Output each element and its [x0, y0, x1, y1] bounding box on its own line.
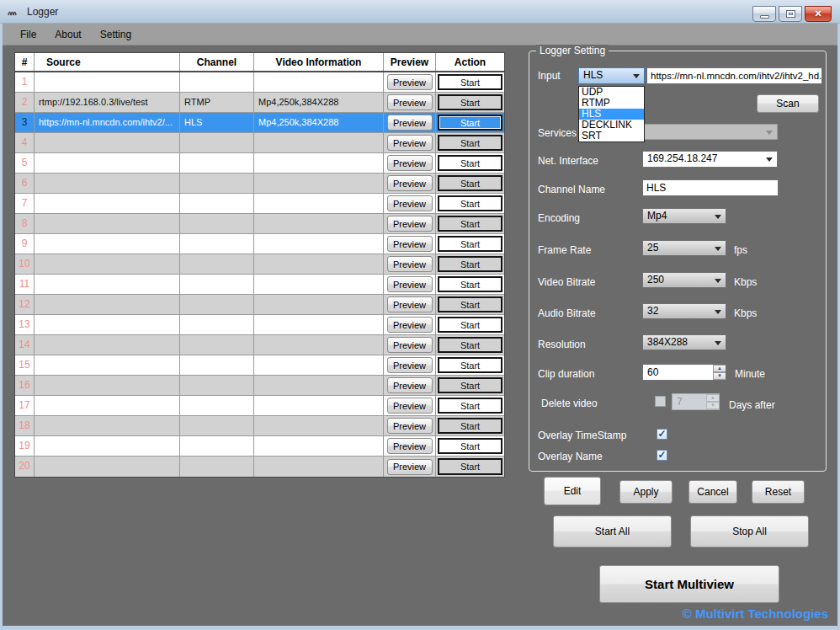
- start-button[interactable]: Start: [438, 377, 502, 393]
- table-row[interactable]: 14PreviewStart: [15, 335, 504, 355]
- action-cell: Start: [436, 113, 504, 132]
- maximize-icon: [786, 10, 795, 18]
- table-row[interactable]: 15PreviewStart: [15, 355, 504, 376]
- table-row[interactable]: 20PreviewStart: [15, 456, 504, 477]
- spin-up-icon[interactable]: ▲: [713, 365, 726, 372]
- overlay-timestamp-label: Overlay TimeStamp: [538, 430, 626, 441]
- net-interface-label: Net. Interface: [538, 155, 598, 167]
- cancel-button[interactable]: Cancel: [688, 480, 737, 504]
- table-row[interactable]: 7PreviewStart: [15, 194, 504, 214]
- preview-button[interactable]: Preview: [387, 236, 433, 252]
- audio-bitrate-combo[interactable]: 32: [642, 303, 726, 319]
- start-button[interactable]: Start: [438, 296, 502, 312]
- table-row[interactable]: 17PreviewStart: [15, 396, 504, 416]
- clip-duration-spinner[interactable]: 60 ▲ ▼: [642, 364, 726, 381]
- table-row[interactable]: 6PreviewStart: [15, 174, 504, 194]
- table-row[interactable]: 5PreviewStart: [15, 153, 504, 174]
- preview-button[interactable]: Preview: [387, 216, 433, 232]
- preview-button[interactable]: Preview: [387, 74, 433, 90]
- start-button[interactable]: Start: [438, 74, 502, 90]
- start-button[interactable]: Start: [438, 256, 502, 272]
- table-row[interactable]: 3https://mn-nl.mncdn.com/ihtv2/...HLSMp4…: [15, 113, 504, 133]
- encoding-combo[interactable]: Mp4: [642, 208, 726, 224]
- preview-button[interactable]: Preview: [387, 317, 433, 333]
- table-row[interactable]: 4PreviewStart: [15, 133, 504, 153]
- dropdown-option-srt[interactable]: SRT: [579, 131, 644, 141]
- overlay-timestamp-checkbox[interactable]: ✓: [657, 429, 667, 440]
- preview-button[interactable]: Preview: [387, 256, 433, 272]
- preview-button[interactable]: Preview: [387, 276, 433, 292]
- start-all-button[interactable]: Start All: [553, 515, 672, 547]
- menu-item-file[interactable]: File: [11, 25, 45, 44]
- start-button[interactable]: Start: [438, 94, 502, 110]
- preview-cell: Preview: [384, 355, 436, 375]
- preview-button[interactable]: Preview: [387, 459, 433, 475]
- start-button[interactable]: Start: [438, 317, 502, 333]
- preview-button[interactable]: Preview: [387, 398, 433, 414]
- edit-button[interactable]: Edit: [544, 477, 601, 505]
- preview-button[interactable]: Preview: [387, 135, 433, 151]
- start-button[interactable]: Start: [438, 398, 502, 414]
- services-label: Services: [538, 127, 577, 139]
- video-bitrate-combo[interactable]: 250: [642, 272, 726, 288]
- start-button[interactable]: Start: [438, 195, 502, 211]
- stop-all-button[interactable]: Stop All: [690, 515, 809, 547]
- channel-name-input[interactable]: HLS: [642, 179, 779, 196]
- scan-button[interactable]: Scan: [757, 94, 819, 113]
- resolution-combo[interactable]: 384X288: [642, 334, 726, 350]
- start-button[interactable]: Start: [438, 418, 502, 434]
- table-row[interactable]: 19PreviewStart: [15, 436, 504, 456]
- preview-button[interactable]: Preview: [387, 296, 433, 312]
- spin-down-icon[interactable]: ▼: [713, 372, 726, 380]
- preview-button[interactable]: Preview: [387, 418, 433, 434]
- preview-button[interactable]: Preview: [387, 337, 433, 353]
- start-button[interactable]: Start: [438, 115, 502, 131]
- table-row[interactable]: 9PreviewStart: [15, 234, 504, 254]
- frame-rate-combo[interactable]: 25: [642, 240, 726, 256]
- preview-button[interactable]: Preview: [387, 438, 433, 454]
- start-button[interactable]: Start: [438, 276, 502, 292]
- overlay-name-checkbox[interactable]: ✓: [657, 450, 667, 461]
- table-row[interactable]: 8PreviewStart: [15, 214, 504, 234]
- start-button[interactable]: Start: [438, 337, 502, 353]
- preview-button[interactable]: Preview: [387, 377, 433, 393]
- row-number: 18: [15, 416, 35, 435]
- reset-button[interactable]: Reset: [752, 480, 805, 504]
- apply-button[interactable]: Apply: [619, 480, 673, 504]
- preview-button[interactable]: Preview: [387, 94, 433, 110]
- start-button[interactable]: Start: [438, 216, 502, 232]
- preview-button[interactable]: Preview: [387, 357, 433, 373]
- input-type-combo[interactable]: HLS: [578, 67, 645, 84]
- start-button[interactable]: Start: [438, 357, 502, 373]
- maximize-button[interactable]: [779, 6, 802, 22]
- table-row[interactable]: 1PreviewStart: [15, 72, 504, 93]
- start-button[interactable]: Start: [438, 175, 502, 191]
- table-row[interactable]: 2rtmp://192.168.0.3/live/testRTMPMp4,250…: [15, 93, 504, 113]
- preview-button[interactable]: Preview: [387, 155, 433, 171]
- start-button[interactable]: Start: [438, 135, 502, 151]
- minimize-button[interactable]: [752, 6, 776, 22]
- preview-button[interactable]: Preview: [387, 195, 433, 211]
- start-button[interactable]: Start: [438, 155, 502, 171]
- menu-item-about[interactable]: About: [45, 25, 90, 44]
- check-icon: ✓: [657, 449, 666, 461]
- table-row[interactable]: 18PreviewStart: [15, 416, 504, 436]
- table-row[interactable]: 16PreviewStart: [15, 376, 504, 396]
- table-row[interactable]: 13PreviewStart: [15, 315, 504, 335]
- channel-cell: [180, 194, 254, 213]
- table-row[interactable]: 10PreviewStart: [15, 254, 504, 275]
- menu-item-setting[interactable]: Setting: [91, 25, 141, 44]
- start-button[interactable]: Start: [438, 438, 502, 454]
- input-url-field[interactable]: https://mn-nl.mncdn.com/ihtv2/ihtv2_hd.s…: [646, 67, 822, 84]
- delete-video-checkbox[interactable]: [655, 396, 666, 407]
- start-button[interactable]: Start: [438, 458, 502, 475]
- net-interface-combo[interactable]: 169.254.18.247: [642, 151, 778, 168]
- start-button[interactable]: Start: [438, 236, 502, 252]
- preview-button[interactable]: Preview: [387, 115, 433, 131]
- close-button[interactable]: ✕: [805, 6, 832, 22]
- table-row[interactable]: 12PreviewStart: [15, 295, 504, 315]
- start-multiview-button[interactable]: Start Multiview: [599, 565, 779, 603]
- preview-cell: Preview: [384, 416, 436, 435]
- preview-button[interactable]: Preview: [387, 175, 433, 191]
- table-row[interactable]: 11PreviewStart: [15, 275, 504, 295]
